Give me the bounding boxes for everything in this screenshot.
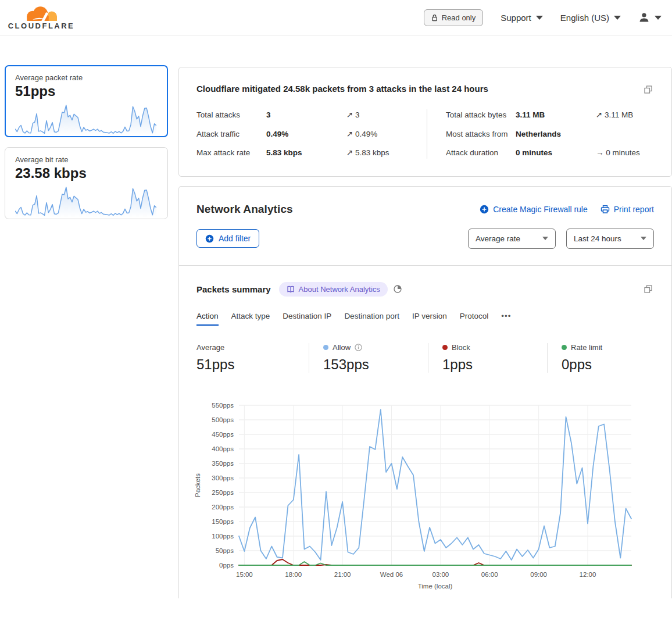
- stat-allow-label: Allow: [333, 343, 351, 352]
- support-label: Support: [501, 13, 531, 23]
- tab-more[interactable]: •••: [501, 312, 511, 326]
- time-range-dropdown[interactable]: Last 24 hours: [566, 229, 654, 249]
- stat-value: Netherlands: [516, 129, 596, 140]
- time-usage-button[interactable]: [394, 285, 402, 293]
- read-only-label: Read only: [442, 13, 476, 22]
- svg-text:250pps: 250pps: [212, 489, 234, 496]
- stat-row-max-attack-rate: Max attack rate 5.83 kbps ↗ 5.83 kbps: [196, 147, 427, 159]
- svg-text:0pps: 0pps: [219, 562, 234, 569]
- svg-text:18:00: 18:00: [285, 571, 302, 578]
- print-report-link[interactable]: Print report: [600, 205, 654, 214]
- block-dot: [442, 345, 448, 350]
- stat-trend: ↗ 0.49%: [346, 129, 377, 140]
- metric-dropdown-value: Average rate: [476, 234, 520, 243]
- svg-text:350pps: 350pps: [212, 460, 234, 467]
- svg-text:Wed 06: Wed 06: [380, 571, 403, 578]
- attack-summary-card: Cloudflare mitigated 24.58k packets from…: [178, 67, 672, 177]
- stat-row-total-attacks: Total attacks 3 ↗ 3: [196, 109, 427, 121]
- language-menu[interactable]: English (US): [560, 13, 621, 23]
- about-network-analytics-badge[interactable]: About Network Analytics: [279, 282, 388, 297]
- svg-text:09:00: 09:00: [530, 571, 547, 578]
- stat-allow: Allow 153pps: [309, 343, 428, 373]
- svg-text:450pps: 450pps: [212, 431, 234, 438]
- language-label: English (US): [560, 13, 609, 23]
- support-menu[interactable]: Support: [501, 13, 543, 23]
- chevron-down-icon: [641, 237, 646, 240]
- stat-value: 3.11 MB: [516, 109, 596, 121]
- tab-ip-version[interactable]: IP version: [412, 312, 447, 326]
- stat-label: Total attack bytes: [446, 109, 516, 121]
- chevron-down-icon: [614, 16, 621, 20]
- stat-trend: ↗ 3.11 MB: [596, 109, 633, 121]
- stat-value: 0 minutes: [516, 147, 596, 159]
- copy-icon: [644, 85, 653, 94]
- stat-trend: ↗ 3: [346, 109, 360, 121]
- copy-packets-summary-button[interactable]: [642, 283, 654, 295]
- svg-text:06:00: 06:00: [481, 571, 498, 578]
- packet-rate-sparkline: [15, 103, 156, 135]
- metric-card-bit-rate[interactable]: Average bit rate 23.58 kbps: [5, 147, 168, 219]
- svg-text:03:00: 03:00: [432, 571, 449, 578]
- tab-destination-port[interactable]: Destination port: [344, 312, 399, 326]
- network-analytics-title: Network Analytics: [196, 203, 293, 216]
- packets-summary-title: Packets summary: [196, 284, 271, 294]
- stat-trend: ↗ 5.83 kbps: [346, 147, 389, 159]
- tab-action[interactable]: Action: [196, 312, 219, 326]
- metric-value: 51pps: [15, 83, 158, 99]
- stat-value: 0.49%: [266, 129, 346, 140]
- metric-label: Average bit rate: [15, 155, 158, 164]
- stat-block-label: Block: [452, 343, 470, 352]
- copy-summary-button[interactable]: [642, 84, 654, 95]
- info-icon[interactable]: [355, 344, 362, 351]
- print-report-label: Print report: [614, 205, 654, 214]
- stat-block: Block 1pps: [428, 343, 547, 373]
- plus-circle-icon: [205, 234, 214, 243]
- stat-allow-value: 153pps: [323, 356, 428, 373]
- chevron-down-icon: [655, 16, 662, 20]
- svg-text:200pps: 200pps: [212, 504, 234, 511]
- stat-average-value: 51pps: [196, 356, 309, 373]
- metric-label: Average packet rate: [15, 73, 158, 82]
- stat-row-most-attacks-from: Most attacks from Netherlands: [446, 129, 654, 140]
- stat-row-attack-duration: Attack duration 0 minutes → 0 minutes: [446, 147, 654, 159]
- create-rule-label: Create Magic Firewall rule: [493, 205, 588, 214]
- svg-text:550pps: 550pps: [212, 402, 234, 409]
- stat-label: Total attacks: [196, 109, 266, 121]
- svg-text:400pps: 400pps: [212, 445, 234, 452]
- stat-rate-limit: Rate limit 0pps: [547, 343, 666, 373]
- stat-label: Attack duration: [446, 147, 516, 159]
- plus-circle-icon: [480, 205, 489, 214]
- stat-label: Max attack rate: [196, 147, 266, 159]
- tab-protocol[interactable]: Protocol: [460, 312, 489, 326]
- stat-rate-limit-value: 0pps: [562, 356, 666, 373]
- create-magic-firewall-rule-link[interactable]: Create Magic Firewall rule: [480, 205, 588, 214]
- packets-summary-section: Packets summary About Network Analytics: [179, 266, 671, 598]
- network-analytics-card: Network Analytics Create Magic Firewall …: [178, 186, 672, 598]
- add-filter-button[interactable]: Add filter: [196, 229, 259, 248]
- stat-average-label: Average: [196, 343, 224, 352]
- allow-dot: [323, 345, 328, 350]
- dimension-tabs: Action Attack type Destination IP Destin…: [196, 312, 654, 326]
- metric-dropdown[interactable]: Average rate: [468, 229, 556, 249]
- cloudflare-logo-text: CLOUDFLARE: [8, 22, 75, 30]
- metric-card-packet-rate[interactable]: Average packet rate 51pps: [5, 65, 168, 137]
- svg-text:15:00: 15:00: [236, 571, 253, 578]
- stat-rate-limit-label: Rate limit: [571, 343, 602, 352]
- svg-text:100pps: 100pps: [212, 533, 234, 540]
- about-badge-label: About Network Analytics: [299, 285, 380, 294]
- account-menu[interactable]: [638, 12, 662, 23]
- summary-stats-right: Total attack bytes 3.11 MB ↗ 3.11 MB Mos…: [427, 109, 654, 159]
- chevron-down-icon: [542, 237, 548, 240]
- lock-icon: [431, 14, 438, 22]
- stat-value: 5.83 kbps: [266, 147, 346, 159]
- svg-text:Time (local): Time (local): [418, 583, 453, 590]
- svg-text:Packets: Packets: [194, 473, 201, 497]
- stat-block-value: 1pps: [442, 356, 547, 373]
- stat-label: Most attacks from: [446, 129, 516, 140]
- svg-text:500pps: 500pps: [212, 416, 234, 423]
- tab-attack-type[interactable]: Attack type: [231, 312, 270, 326]
- cloudflare-cloud-icon: [19, 5, 64, 23]
- summary-stats-left: Total attacks 3 ↗ 3 Attack traffic 0.49%…: [196, 109, 427, 159]
- tab-destination-ip[interactable]: Destination IP: [283, 312, 331, 326]
- cloudflare-logo[interactable]: CLOUDFLARE: [9, 5, 73, 30]
